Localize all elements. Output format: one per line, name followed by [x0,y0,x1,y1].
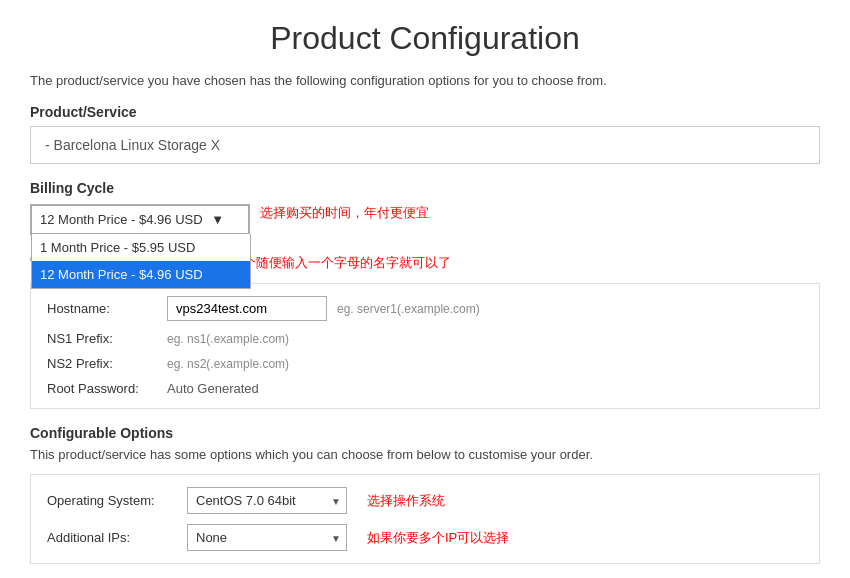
ips-row: Additional IPs: None 1 IP 2 IPs 4 IPs ▼ … [47,524,803,551]
ips-label: Additional IPs: [47,530,187,545]
configurable-options-section: Configurable Options This product/servic… [30,425,820,564]
billing-dropdown-list[interactable]: 1 Month Price - $5.95 USD 12 Month Price… [31,234,251,289]
billing-annotation: 选择购买的时间，年付更便宜 [260,204,429,222]
options-table: Operating System: CentOS 7.0 64bit Ubunt… [30,474,820,564]
product-label: Product/Service [30,104,820,120]
product-value: - Barcelona Linux Storage X [30,126,820,164]
ns1-value: eg. ns1(.example.com) [167,332,289,346]
os-row: Operating System: CentOS 7.0 64bit Ubunt… [47,487,803,514]
ns1-row: NS1 Prefix: eg. ns1(.example.com) [47,331,803,346]
intro-text: The product/service you have chosen has … [30,73,820,88]
os-annotation: 选择操作系统 [367,492,445,510]
ips-select[interactable]: None 1 IP 2 IPs 4 IPs [187,524,347,551]
os-label: Operating System: [47,493,187,508]
billing-option-12month[interactable]: 12 Month Price - $4.96 USD [32,261,250,288]
ips-select-wrapper[interactable]: None 1 IP 2 IPs 4 IPs ▼ [187,524,347,551]
root-password-value: Auto Generated [167,381,259,396]
ns2-row: NS2 Prefix: eg. ns2(.example.com) [47,356,803,371]
hostname-row: Hostname: eg. server1(.example.com) [47,296,803,321]
billing-dropdown[interactable]: 12 Month Price - $4.96 USD ▼ 1 Month Pri… [30,204,250,235]
ns1-label: NS1 Prefix: [47,331,167,346]
billing-selected[interactable]: 12 Month Price - $4.96 USD ▼ [31,205,249,234]
configurable-options-label: Configurable Options [30,425,820,441]
os-select[interactable]: CentOS 7.0 64bit Ubuntu 14.04 Debian 8 [187,487,347,514]
page-title: Product Configuration [30,20,820,57]
billing-selected-text: 12 Month Price - $4.96 USD [40,212,203,227]
billing-label: Billing Cycle [30,180,820,196]
hostname-hint: eg. server1(.example.com) [337,302,480,316]
options-intro: This product/service has some options wh… [30,447,820,462]
root-password-label: Root Password: [47,381,167,396]
billing-option-1month[interactable]: 1 Month Price - $5.95 USD [32,234,250,261]
ips-annotation: 如果你要多个IP可以选择 [367,529,509,547]
ns2-value: eg. ns2(.example.com) [167,357,289,371]
root-password-row: Root Password: Auto Generated [47,381,803,396]
hostname-label: Hostname: [47,301,167,316]
os-select-wrapper[interactable]: CentOS 7.0 64bit Ubuntu 14.04 Debian 8 ▼ [187,487,347,514]
ns2-label: NS2 Prefix: [47,356,167,371]
billing-dropdown-arrow: ▼ [211,212,224,227]
configure-table: Hostname: eg. server1(.example.com) NS1 … [30,283,820,409]
hostname-input[interactable] [167,296,327,321]
